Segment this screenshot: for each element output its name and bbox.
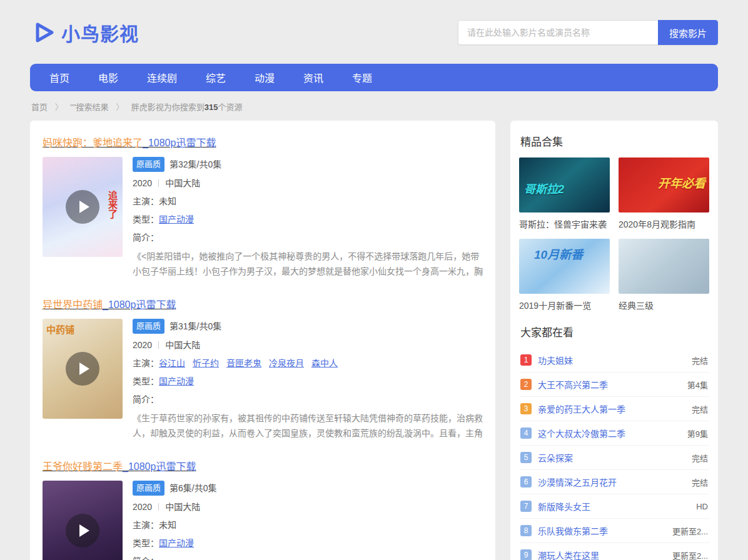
type-label: 类型：	[133, 376, 159, 386]
result-thumbnail[interactable]: 追来了	[43, 157, 123, 257]
nav-item-series[interactable]: 连续剧	[147, 70, 177, 85]
site-logo[interactable]: 小鸟影视	[30, 19, 139, 46]
search-results-panel: 妈咪快跑：爹地追来了_1080p迅雷下载 追来了 原画质第32集/共0集 202…	[30, 121, 495, 560]
sidebar: 精品合集 哥斯拉2 哥斯拉：怪兽宇宙来袭 开年必看 2020年8月观影指南 10…	[510, 121, 718, 560]
trending-link[interactable]: 云朵探案	[538, 451, 573, 464]
status-badge: 更新至2...	[667, 525, 708, 537]
trending-link[interactable]: 这个大叔太冷傲第二季	[538, 427, 625, 439]
intro-label: 简介：	[133, 232, 159, 242]
site-header: 小鸟影视 搜索影片	[30, 0, 718, 64]
play-logo-icon	[30, 19, 58, 46]
collection-thumbnail[interactable]: 10月新番	[519, 239, 610, 294]
trending-item[interactable]: 9潮玩人类在这里更新至2...	[519, 543, 709, 560]
breadcrumb: 首页 〉 ""搜索结果 〉 胖虎影视为你搜索到315个资源	[31, 101, 718, 112]
nav-item-anime[interactable]: 动漫	[255, 70, 275, 85]
collection-caption[interactable]: 2020年8月观影指南	[619, 218, 709, 230]
trending-item[interactable]: 5云朵探案完结	[519, 446, 709, 470]
summary-prefix: 胖虎影视为你搜索到	[131, 102, 205, 112]
search-button[interactable]: 搜索影片	[658, 20, 718, 45]
breadcrumb-summary: 胖虎影视为你搜索到315个资源	[131, 102, 243, 112]
result-item: 异世界中药铺_1080p迅雷下载 中药铺 原画质第31集/共0集 2020中国大…	[43, 296, 483, 441]
collection-item[interactable]: 经典三级	[619, 239, 709, 320]
result-title-link[interactable]: 王爷你好贱第二季_1080p迅雷下载	[43, 458, 196, 473]
rank-badge: 3	[520, 403, 532, 414]
nav-item-variety[interactable]: 综艺	[206, 70, 226, 85]
rank-badge: 5	[520, 452, 532, 463]
collection-item[interactable]: 哥斯拉2 哥斯拉：怪兽宇宙来袭	[519, 158, 610, 239]
status-badge: 完结	[687, 452, 708, 464]
episode-count: 第31集/共0集	[169, 321, 221, 331]
status-badge: 完结	[687, 354, 708, 366]
rank-badge: 2	[520, 379, 532, 390]
result-title-suffix: _1080p迅雷下载	[143, 138, 216, 148]
collection-caption[interactable]: 经典三级	[619, 299, 709, 311]
play-icon	[66, 514, 99, 548]
nav-item-home[interactable]: 首页	[49, 70, 69, 85]
rank-badge: 4	[520, 428, 532, 439]
search-input[interactable]	[458, 20, 658, 45]
star-link[interactable]: 音匣老鬼	[226, 358, 261, 368]
starring-label: 主演：	[133, 520, 159, 530]
starring-value: 未知	[159, 196, 176, 206]
type-label: 类型：	[133, 538, 159, 548]
nav-item-news[interactable]: 资讯	[303, 70, 323, 85]
collection-thumbnail[interactable]: 开年必看	[619, 158, 709, 212]
starring-label: 主演：	[133, 358, 159, 368]
type-label: 类型：	[133, 214, 159, 224]
result-title-link[interactable]: 异世界中药铺_1080p迅雷下载	[43, 296, 176, 311]
trending-link[interactable]: 功夫姐妹	[538, 354, 573, 366]
trending-item[interactable]: 4这个大叔太冷傲第二季第9集	[519, 421, 709, 446]
thumbnail-caption-art: 10月新番	[534, 245, 583, 262]
star-link[interactable]: 森中人	[311, 358, 338, 368]
collection-item[interactable]: 开年必看 2020年8月观影指南	[619, 158, 709, 239]
result-title-link[interactable]: 妈咪快跑：爹地追来了_1080p迅雷下载	[43, 134, 216, 149]
trending-item[interactable]: 2大王不高兴第二季第4集	[519, 372, 709, 397]
trending-link[interactable]: 新版降头女王	[538, 500, 590, 512]
region: 中国大陆	[165, 340, 200, 350]
trending-title: 大家都在看	[520, 324, 709, 339]
status-badge: HD	[691, 502, 708, 511]
trending-list: 1功夫姐妹完结 2大王不高兴第二季第4集 3亲爱的药王大人第一季完结 4这个大叔…	[519, 348, 709, 560]
thumbnail-caption-art: 追来了	[106, 191, 119, 219]
trending-link[interactable]: 大王不高兴第二季	[538, 378, 608, 391]
search-bar: 搜索影片	[458, 20, 718, 45]
divider	[158, 503, 159, 511]
result-thumbnail[interactable]: 中药铺	[43, 319, 123, 419]
intro-label: 简介：	[133, 394, 159, 404]
starring-value: 未知	[159, 520, 176, 530]
type-link[interactable]: 国产动漫	[159, 538, 194, 548]
rank-badge: 8	[520, 525, 532, 536]
star-link[interactable]: 谷江山	[159, 358, 185, 368]
collections-title: 精品合集	[520, 133, 709, 149]
star-link[interactable]: 冷泉夜月	[269, 358, 304, 368]
trending-link[interactable]: 潮玩人类在这里	[538, 549, 599, 560]
star-link[interactable]: 忻子约	[193, 358, 219, 368]
nav-item-movies[interactable]: 电影	[98, 70, 118, 85]
collection-item[interactable]: 10月新番 2019十月新番一览	[519, 239, 610, 320]
result-title-main: 异世界中药铺	[43, 299, 103, 310]
trending-item[interactable]: 6沙漠情深之五月花开完结	[519, 470, 709, 494]
breadcrumb-home[interactable]: 首页	[31, 102, 48, 112]
trending-item[interactable]: 7新版降头女王HD	[519, 494, 709, 519]
collection-thumbnail[interactable]	[619, 239, 709, 294]
trending-link[interactable]: 乐队我做东第二季	[538, 524, 608, 537]
trending-item[interactable]: 1功夫姐妹完结	[519, 348, 709, 372]
collection-caption[interactable]: 2019十月新番一览	[519, 299, 610, 311]
breadcrumb-search-result: ""搜索结果	[70, 102, 108, 112]
trending-item[interactable]: 8乐队我做东第二季更新至2...	[519, 519, 709, 543]
nav-item-topics[interactable]: 专题	[352, 70, 372, 85]
trending-link[interactable]: 亲爱的药王大人第一季	[538, 402, 625, 415]
trending-item[interactable]: 3亲爱的药王大人第一季完结	[519, 397, 709, 421]
type-link[interactable]: 国产动漫	[159, 214, 194, 224]
status-badge: 更新至2...	[667, 549, 708, 560]
starring-label: 主演：	[133, 196, 159, 206]
quality-badge: 原画质	[133, 319, 164, 334]
quality-badge: 原画质	[133, 157, 164, 172]
type-link[interactable]: 国产动漫	[159, 376, 194, 386]
collection-thumbnail[interactable]: 哥斯拉2	[519, 158, 610, 212]
result-item: 王爷你好贱第二季_1080p迅雷下载 王爷你好贱 原画质第6集/共0集 2020…	[43, 458, 483, 560]
trending-link[interactable]: 沙漠情深之五月花开	[538, 476, 617, 488]
result-thumbnail[interactable]: 王爷你好贱	[43, 481, 123, 560]
quality-badge: 原画质	[133, 481, 164, 496]
collection-caption[interactable]: 哥斯拉：怪兽宇宙来袭	[519, 218, 610, 230]
